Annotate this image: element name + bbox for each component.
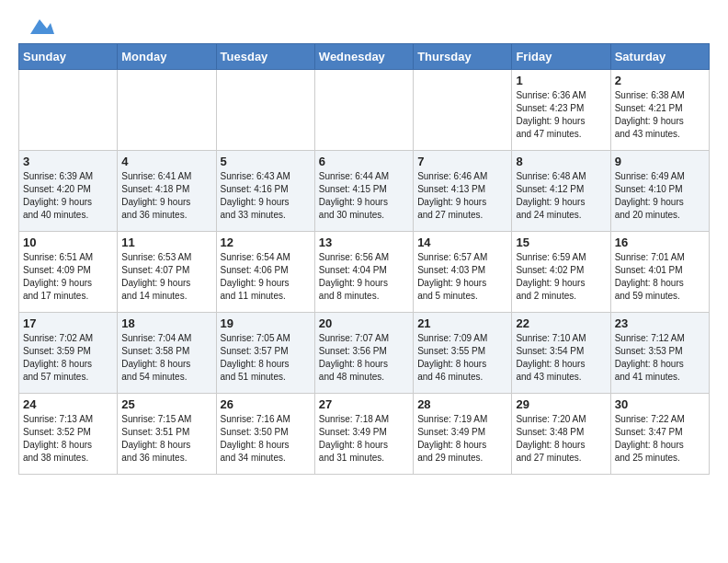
day-info: Sunrise: 7:02 AM Sunset: 3:59 PM Dayligh…	[23, 332, 113, 384]
calendar-cell: 2Sunrise: 6:38 AM Sunset: 4:21 PM Daylig…	[610, 69, 709, 150]
calendar-cell: 8Sunrise: 6:48 AM Sunset: 4:12 PM Daylig…	[512, 150, 610, 231]
calendar-cell: 22Sunrise: 7:10 AM Sunset: 3:54 PM Dayli…	[512, 312, 610, 393]
calendar-cell: 9Sunrise: 6:49 AM Sunset: 4:10 PM Daylig…	[610, 150, 709, 231]
day-number: 16	[615, 236, 705, 249]
day-number: 13	[319, 236, 409, 249]
day-number: 24	[23, 397, 113, 411]
day-number: 5	[221, 155, 311, 168]
day-info: Sunrise: 7:20 AM Sunset: 3:48 PM Dayligh…	[516, 413, 606, 465]
calendar-cell: 28Sunrise: 7:19 AM Sunset: 3:49 PM Dayli…	[414, 393, 512, 474]
day-number: 19	[221, 316, 311, 330]
day-info: Sunrise: 6:56 AM Sunset: 4:04 PM Dayligh…	[319, 251, 409, 303]
calendar-cell	[216, 69, 314, 150]
day-number: 25	[121, 397, 211, 411]
calendar-cell	[414, 69, 512, 150]
day-number: 20	[319, 316, 409, 330]
page: SundayMondayTuesdayWednesdayThursdayFrid…	[0, 0, 728, 484]
day-number: 15	[516, 236, 606, 249]
svg-marker-0	[30, 19, 54, 34]
day-info: Sunrise: 7:09 AM Sunset: 3:55 PM Dayligh…	[417, 332, 507, 384]
calendar-table: SundayMondayTuesdayWednesdayThursdayFrid…	[18, 43, 710, 475]
calendar-cell: 30Sunrise: 7:22 AM Sunset: 3:47 PM Dayli…	[610, 393, 709, 474]
day-info: Sunrise: 7:18 AM Sunset: 3:49 PM Dayligh…	[319, 413, 409, 465]
day-info: Sunrise: 6:53 AM Sunset: 4:07 PM Dayligh…	[121, 251, 211, 303]
day-info: Sunrise: 7:04 AM Sunset: 3:58 PM Dayligh…	[121, 332, 211, 384]
day-number: 11	[121, 236, 211, 249]
day-info: Sunrise: 7:19 AM Sunset: 3:49 PM Dayligh…	[417, 413, 507, 465]
day-number: 4	[121, 155, 211, 168]
calendar-cell: 15Sunrise: 6:59 AM Sunset: 4:02 PM Dayli…	[512, 231, 610, 312]
calendar-week-row: 3Sunrise: 6:39 AM Sunset: 4:20 PM Daylig…	[19, 150, 710, 231]
day-number: 30	[615, 397, 705, 411]
day-number: 23	[615, 316, 705, 330]
calendar-week-row: 10Sunrise: 6:51 AM Sunset: 4:09 PM Dayli…	[19, 231, 710, 312]
calendar-header-row: SundayMondayTuesdayWednesdayThursdayFrid…	[19, 43, 710, 69]
calendar-cell: 23Sunrise: 7:12 AM Sunset: 3:53 PM Dayli…	[610, 312, 709, 393]
day-info: Sunrise: 6:46 AM Sunset: 4:13 PM Dayligh…	[417, 170, 507, 222]
day-number: 17	[23, 316, 113, 330]
day-info: Sunrise: 6:43 AM Sunset: 4:16 PM Dayligh…	[221, 170, 311, 222]
day-number: 28	[417, 397, 507, 411]
col-header-friday: Friday	[512, 43, 610, 69]
calendar-week-row: 17Sunrise: 7:02 AM Sunset: 3:59 PM Dayli…	[19, 312, 710, 393]
day-info: Sunrise: 6:41 AM Sunset: 4:18 PM Dayligh…	[121, 170, 211, 222]
calendar-cell: 13Sunrise: 6:56 AM Sunset: 4:04 PM Dayli…	[314, 231, 413, 312]
calendar-cell	[118, 69, 216, 150]
day-number: 10	[23, 236, 113, 249]
day-info: Sunrise: 7:13 AM Sunset: 3:52 PM Dayligh…	[23, 413, 113, 465]
col-header-tuesday: Tuesday	[216, 43, 314, 69]
calendar-cell: 12Sunrise: 6:54 AM Sunset: 4:06 PM Dayli…	[216, 231, 314, 312]
col-header-thursday: Thursday	[414, 43, 512, 69]
calendar-cell: 6Sunrise: 6:44 AM Sunset: 4:15 PM Daylig…	[314, 150, 413, 231]
day-info: Sunrise: 6:36 AM Sunset: 4:23 PM Dayligh…	[516, 89, 606, 141]
day-info: Sunrise: 6:51 AM Sunset: 4:09 PM Dayligh…	[23, 251, 113, 303]
calendar-cell	[19, 69, 118, 150]
day-number: 22	[516, 316, 606, 330]
col-header-sunday: Sunday	[19, 43, 118, 69]
day-info: Sunrise: 6:48 AM Sunset: 4:12 PM Dayligh…	[516, 170, 606, 222]
day-number: 7	[417, 155, 507, 168]
calendar-cell: 19Sunrise: 7:05 AM Sunset: 3:57 PM Dayli…	[216, 312, 314, 393]
calendar-cell: 4Sunrise: 6:41 AM Sunset: 4:18 PM Daylig…	[118, 150, 216, 231]
calendar-cell: 20Sunrise: 7:07 AM Sunset: 3:56 PM Dayli…	[314, 312, 413, 393]
logo-icon	[21, 16, 51, 36]
col-header-saturday: Saturday	[610, 43, 709, 69]
calendar-cell	[314, 69, 413, 150]
calendar-cell: 24Sunrise: 7:13 AM Sunset: 3:52 PM Dayli…	[19, 393, 118, 474]
day-info: Sunrise: 6:44 AM Sunset: 4:15 PM Dayligh…	[319, 170, 409, 222]
calendar-cell: 21Sunrise: 7:09 AM Sunset: 3:55 PM Dayli…	[414, 312, 512, 393]
col-header-wednesday: Wednesday	[314, 43, 413, 69]
calendar-cell: 11Sunrise: 6:53 AM Sunset: 4:07 PM Dayli…	[118, 231, 216, 312]
day-number: 29	[516, 397, 606, 411]
calendar-cell: 7Sunrise: 6:46 AM Sunset: 4:13 PM Daylig…	[414, 150, 512, 231]
day-info: Sunrise: 7:01 AM Sunset: 4:01 PM Dayligh…	[615, 251, 705, 303]
calendar-week-row: 24Sunrise: 7:13 AM Sunset: 3:52 PM Dayli…	[19, 393, 710, 474]
day-info: Sunrise: 6:57 AM Sunset: 4:03 PM Dayligh…	[417, 251, 507, 303]
calendar-cell: 27Sunrise: 7:18 AM Sunset: 3:49 PM Dayli…	[314, 393, 413, 474]
day-number: 27	[319, 397, 409, 411]
calendar-cell: 17Sunrise: 7:02 AM Sunset: 3:59 PM Dayli…	[19, 312, 118, 393]
day-info: Sunrise: 6:49 AM Sunset: 4:10 PM Dayligh…	[615, 170, 705, 222]
col-header-monday: Monday	[118, 43, 216, 69]
header	[18, 15, 710, 34]
day-info: Sunrise: 7:05 AM Sunset: 3:57 PM Dayligh…	[221, 332, 311, 384]
day-number: 9	[615, 155, 705, 168]
day-info: Sunrise: 6:39 AM Sunset: 4:20 PM Dayligh…	[23, 170, 113, 222]
day-info: Sunrise: 7:12 AM Sunset: 3:53 PM Dayligh…	[615, 332, 705, 384]
calendar-cell: 1Sunrise: 6:36 AM Sunset: 4:23 PM Daylig…	[512, 69, 610, 150]
calendar-week-row: 1Sunrise: 6:36 AM Sunset: 4:23 PM Daylig…	[19, 69, 710, 150]
day-number: 18	[121, 316, 211, 330]
day-number: 26	[221, 397, 311, 411]
day-number: 1	[516, 74, 606, 87]
day-number: 6	[319, 155, 409, 168]
day-info: Sunrise: 7:22 AM Sunset: 3:47 PM Dayligh…	[615, 413, 705, 465]
day-info: Sunrise: 6:59 AM Sunset: 4:02 PM Dayligh…	[516, 251, 606, 303]
calendar-cell: 25Sunrise: 7:15 AM Sunset: 3:51 PM Dayli…	[118, 393, 216, 474]
day-info: Sunrise: 6:38 AM Sunset: 4:21 PM Dayligh…	[615, 89, 705, 141]
calendar-cell: 29Sunrise: 7:20 AM Sunset: 3:48 PM Dayli…	[512, 393, 610, 474]
calendar-cell: 16Sunrise: 7:01 AM Sunset: 4:01 PM Dayli…	[610, 231, 709, 312]
day-number: 2	[615, 74, 705, 87]
calendar-cell: 18Sunrise: 7:04 AM Sunset: 3:58 PM Dayli…	[118, 312, 216, 393]
day-info: Sunrise: 7:15 AM Sunset: 3:51 PM Dayligh…	[121, 413, 211, 465]
day-number: 8	[516, 155, 606, 168]
